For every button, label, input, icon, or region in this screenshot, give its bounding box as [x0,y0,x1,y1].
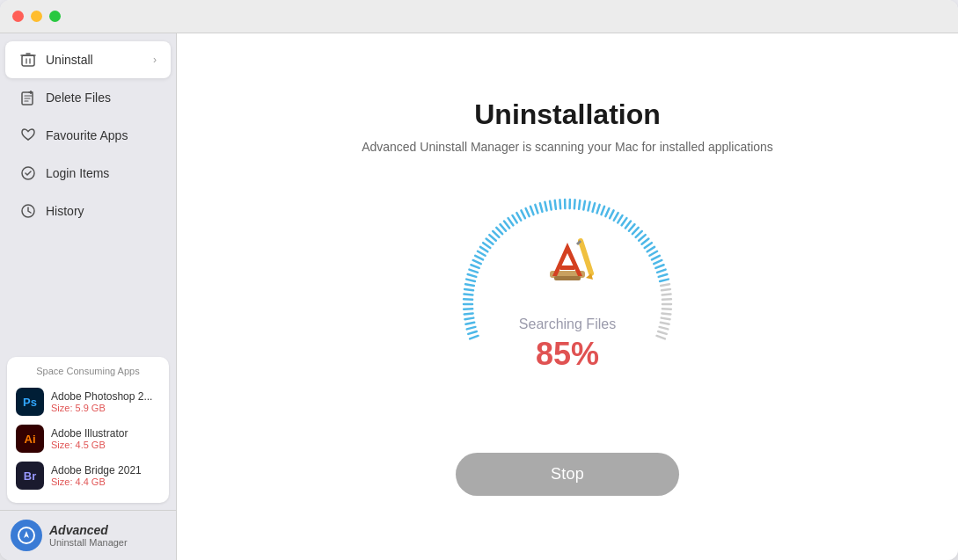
sidebar-bottom: Space Consuming Apps Ps Adobe Photoshop … [0,350,176,560]
app-info: Adobe Photoshop 2... Size: 5.9 GB [51,390,152,413]
main-title: Uninstallation [474,98,661,131]
svg-line-71 [629,224,634,231]
svg-line-21 [464,317,473,319]
stop-button[interactable]: Stop [456,453,679,496]
delete-files-icon [19,89,37,106]
brand-sub: Uninstall Manager [49,537,128,548]
svg-line-63 [597,204,600,213]
svg-line-52 [545,201,546,210]
svg-line-75 [642,238,649,244]
nav-label-delete-files: Delete Files [46,91,157,105]
svg-line-40 [493,230,499,236]
svg-line-19 [467,326,476,328]
svg-line-70 [625,221,631,228]
main-content: Uninstall › Delete Files Favourite Apps … [0,33,958,560]
app-info: Adobe Bridge 2021 Size: 4.4 GB [51,464,142,487]
svg-line-36 [480,246,487,251]
svg-line-72 [633,227,639,233]
main-panel: Uninstallation Advanced Uninstall Manage… [177,33,958,560]
app-size: Size: 4.4 GB [51,476,142,487]
svg-line-77 [647,246,655,251]
app-icon-br: Br [16,462,44,490]
svg-line-18 [468,331,477,333]
favourite-apps-icon [19,127,37,144]
app-info: Adobe Illustrator Size: 4.5 GB [51,427,128,450]
history-icon [19,202,37,220]
svg-line-13 [661,322,669,324]
svg-line-58 [574,200,575,208]
svg-line-29 [466,279,475,280]
svg-line-48 [526,207,530,215]
svg-line-7 [662,294,671,295]
sidebar-item-uninstall[interactable]: Uninstall › [5,41,171,78]
svg-line-5 [661,284,669,286]
svg-line-23 [464,309,472,309]
svg-line-38 [486,238,494,244]
svg-line-80 [654,259,662,263]
main-subtitle: Advanced Uninstall Manager is scanning y… [362,140,773,154]
nav-label-login-items: Login Items [46,166,157,180]
nav-label-uninstall: Uninstall [46,53,144,67]
minimize-button[interactable] [31,11,42,22]
svg-line-62 [593,203,596,212]
center-app-icon [537,234,598,308]
svg-line-55 [559,200,560,208]
svg-line-15 [658,331,667,333]
svg-rect-86 [554,276,581,280]
progress-inner: Searching Files 85% [519,234,616,373]
brand-footer: Advanced Uninstall Manager [0,510,176,560]
svg-line-64 [602,206,605,214]
svg-line-20 [465,322,474,324]
app-icon-ai: Ai [16,425,44,453]
app-item: Br Adobe Bridge 2021 Size: 4.4 GB [16,457,160,494]
svg-line-74 [639,235,646,241]
sidebar-item-favourite-apps[interactable]: Favourite Apps [5,117,171,154]
nav-label-favourite-apps: Favourite Apps [46,128,157,142]
svg-line-10 [662,309,671,309]
svg-line-12 [662,317,670,319]
svg-line-6 [662,288,670,289]
app-window: Uninstall › Delete Files Favourite Apps … [0,0,958,560]
sidebar-item-delete-files[interactable]: Delete Files [5,79,171,116]
app-icon-ps: Ps [16,388,44,416]
percent-label: 85% [536,336,599,373]
svg-line-28 [465,284,474,286]
svg-line-54 [555,200,556,208]
uninstall-icon [19,51,37,69]
svg-line-27 [464,288,473,289]
svg-line-84 [660,279,669,280]
chevron-icon: › [153,54,157,66]
svg-line-17 [470,335,478,338]
svg-line-51 [540,203,543,212]
svg-line-41 [496,227,502,233]
svg-line-30 [468,274,477,277]
svg-line-65 [605,207,609,215]
progress-container: Searching Files 85% [444,180,691,426]
brand-name: Advanced [49,523,128,537]
app-name: Adobe Photoshop 2... [51,390,152,403]
svg-line-73 [636,230,642,236]
svg-line-83 [659,274,668,277]
svg-line-14 [660,326,669,328]
svg-line-32 [471,265,479,268]
svg-line-60 [583,200,585,209]
svg-line-49 [530,206,534,214]
svg-line-39 [489,235,496,241]
svg-line-81 [655,265,663,268]
svg-line-53 [550,200,552,209]
space-consuming-panel: Space Consuming Apps Ps Adobe Photoshop … [7,357,169,503]
app-item: Ps Adobe Photoshop 2... Size: 5.9 GB [16,383,160,420]
svg-line-22 [464,313,473,314]
maximize-button[interactable] [49,11,61,22]
app-name: Adobe Bridge 2021 [51,464,142,476]
sidebar-item-login-items[interactable]: Login Items [5,155,171,192]
sidebar-item-history[interactable]: History [5,193,171,229]
brand-text: Advanced Uninstall Manager [49,523,128,548]
titlebar [0,0,958,33]
app-size: Size: 5.9 GB [51,403,152,413]
close-button[interactable] [12,11,24,22]
svg-rect-0 [22,55,34,66]
svg-line-79 [652,255,660,259]
svg-line-50 [535,204,538,213]
app-name: Adobe Illustrator [51,427,128,440]
